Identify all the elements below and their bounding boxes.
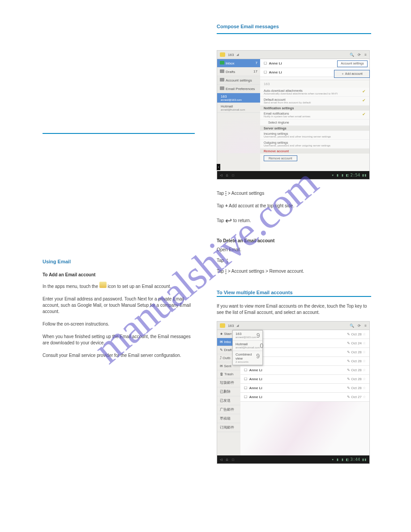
sidebar-item[interactable]: 草稿箱 (217, 414, 240, 423)
instruction-return: Tap ↩ to return. (217, 215, 371, 227)
system-navbar: ◁ ⌂ ☐ ▾ ▮ ▮ ◧ 2:54 ▮▮ (217, 171, 369, 179)
account-title[interactable]: 163 (228, 53, 234, 57)
account-dropdown[interactable]: 163annesl@163.com 9 Hotmailanneli@hotmai… (232, 330, 263, 365)
sidebar-item-inbox[interactable]: Inbox 7 (217, 59, 260, 68)
status-clock: 3:44 (350, 457, 360, 462)
setting-outgoing[interactable]: Outgoing settings Username, password and… (260, 140, 369, 149)
sidebar-item[interactable]: 广告邮件 (217, 405, 240, 414)
account-option-163[interactable]: 163annesl@163.com 9 (233, 330, 262, 341)
status-signal-icon: ▮▮ (362, 457, 367, 462)
account-option-combined[interactable]: Combined view2 accounts 9 (233, 351, 262, 365)
sidebar-account-settings[interactable]: Account settings (217, 76, 260, 85)
setting-default-account[interactable]: ✔ Default account Send email from this a… (260, 97, 369, 106)
message-row[interactable]: ☐ Anne Li✎ Oct 27 ☆ (240, 393, 369, 402)
message-row[interactable]: ☐ Anne Li✎ Oct 28 ☆ (240, 366, 369, 375)
email-app-icon (99, 282, 107, 288)
remove-account-header: Remove account (260, 149, 369, 154)
dropdown-caret-icon[interactable]: ◢ (236, 324, 239, 327)
instruction-tap-overflow: Tap (217, 257, 371, 264)
menu-icon[interactable]: ≡ (364, 53, 367, 57)
account-option-hotmail[interactable]: Hotmailanneli@hotmail.com 0 (233, 341, 262, 351)
app-topbar: 163 ◢ 🔍 ⟳ ≡ (217, 322, 369, 330)
remove-account-button[interactable]: Remove account (264, 155, 297, 161)
para-follow-instructions: Follow the on-screen instructions. (43, 321, 195, 327)
heading-using-email: Using Email (43, 259, 195, 264)
system-navbar: ◁ ⌂ ☐ ▾ ▮ ▮ ◧ 3:44 ▮▮ (217, 455, 369, 463)
sidebar-item[interactable]: 垃圾邮件 (217, 378, 240, 387)
para-open-app: In the apps menu, touch the icon to set … (43, 282, 195, 290)
instruction-remove-account: Tap > Account settings > Remove account. (217, 268, 371, 275)
setting-email-notifications[interactable]: ✔ Email notifications Notify in system b… (260, 111, 369, 120)
nav-home-icon[interactable]: ⌂ (226, 173, 228, 177)
para-enter-credentials: Enter your Email address and password. T… (43, 296, 195, 315)
nav-back-icon[interactable]: ◁ (220, 457, 222, 462)
heading-compose-email: Compose Email messages (217, 24, 371, 29)
notification-settings-header: Notification settings (260, 106, 369, 111)
dropdown-caret-icon[interactable]: ◢ (236, 53, 239, 56)
nav-recent-icon[interactable]: ☐ (232, 173, 234, 177)
sidebar-item[interactable]: 订阅邮件 (217, 423, 240, 432)
overflow-menu-icon (227, 258, 228, 264)
nav-home-icon[interactable]: ⌂ (226, 457, 228, 462)
refresh-icon[interactable]: ⟳ (358, 53, 361, 57)
mail-icon (220, 52, 225, 57)
overflow-menu-icon (225, 269, 227, 275)
status-icons: ▾ ▮ ▮ ◧ (332, 173, 349, 177)
back-arrow-icon: ↩ (225, 216, 232, 225)
sidebar-item[interactable]: 已发送 (217, 396, 240, 405)
account-settings-button[interactable]: Account settings (337, 60, 368, 67)
heading-add-account: To Add an Email account (43, 272, 195, 277)
para-multi-accounts: If you want to view more Email accounts … (217, 303, 371, 316)
plus-icon: ＋ (341, 72, 344, 75)
screenshot-email-settings: 163 ◢ 🔍 ⟳ ≡ Inbox 7 Drafts 17 (217, 50, 370, 180)
setting-select-ringtone[interactable]: Select ringtone (260, 120, 369, 126)
server-settings-header: Server settings (260, 126, 369, 131)
gear-icon (220, 86, 224, 90)
refresh-icon[interactable]: ⟳ (358, 324, 361, 328)
search-icon[interactable]: 🔍 (350, 324, 354, 328)
nav-recent-icon[interactable]: ☐ (232, 457, 234, 462)
sidebar-item-drafts[interactable]: Drafts 17 (217, 68, 260, 76)
mail-icon (220, 323, 225, 328)
menu-icon[interactable]: ≡ (364, 324, 367, 328)
para-download-messages: When you have finished setting up the Em… (43, 334, 195, 346)
account-title[interactable]: 163 (228, 324, 234, 328)
divider (217, 296, 371, 297)
nav-back-icon[interactable]: ◁ (220, 173, 222, 177)
screenshot-account-list: 163 ◢ 🔍 ⟳ ≡ ★ Starr ✉ Inbo ✎ Draft ⤴ Out… (217, 321, 370, 464)
para-consult-provider: Consult your Email service provider for … (43, 352, 195, 359)
heading-view-multiple: To View multiple Email accounts (217, 290, 371, 295)
status-signal-icon: ▮▮ (362, 173, 367, 177)
status-clock: 2:54 (350, 173, 360, 177)
instruction-tap-menu: Tap > Account settings (217, 190, 371, 197)
message-row[interactable]: ☐ Anne Li✎ Oct 28 ☆ (240, 375, 369, 384)
account-item-hotmail[interactable]: Hotmail anneli@hotmail.com (217, 103, 260, 113)
sidebar-email-prefs[interactable]: Email Preferences (217, 85, 260, 93)
sidebar-item[interactable]: 🗑 Trash (217, 370, 240, 378)
back-icon (220, 78, 224, 82)
setting-auto-download[interactable]: ✔ Auto-download attachments Automaticall… (260, 88, 369, 97)
divider (43, 133, 195, 134)
status-icons: ▾ ▮ ▮ ◧ (332, 457, 349, 462)
divider (217, 33, 371, 34)
instruction-add-account: Tap + Add account at the top right side. (217, 203, 371, 209)
heading-delete-account: To Delete an Email account (217, 238, 371, 243)
panel-title: 163 (260, 80, 369, 88)
instruction-open-email: Open Email. (217, 247, 371, 253)
add-account-button[interactable]: ＋ Add account (334, 70, 370, 78)
setting-incoming[interactable]: Incoming settings Username, password and… (260, 131, 369, 140)
overflow-menu-icon (225, 191, 227, 196)
message-row[interactable]: ☐ Anne Li✎ Oct 28 ☆ (240, 384, 369, 393)
expand-chevron-icon[interactable]: ‹ (217, 164, 220, 170)
account-item-163[interactable]: 163 annesl@163.com (217, 93, 260, 103)
sidebar-item[interactable]: 已删除 (217, 387, 240, 396)
search-icon[interactable]: 🔍 (350, 53, 354, 57)
app-topbar: 163 ◢ 🔍 ⟳ ≡ (217, 51, 369, 59)
